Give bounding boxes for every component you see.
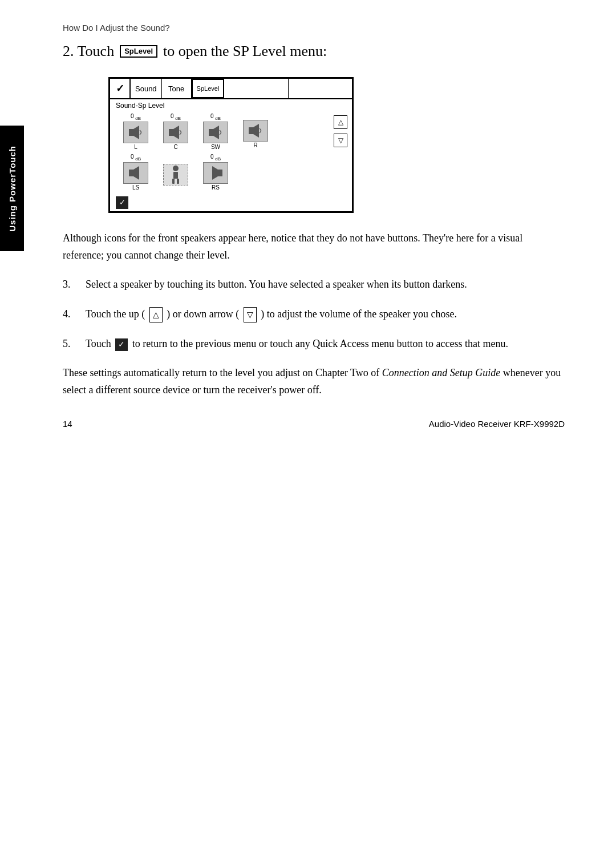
svg-marker-1 [133,126,139,139]
sp-level-button-icon: Sp Level [120,45,157,58]
screen: ✓ Sound Tone Sp Level Sound-Sp Level [108,77,354,213]
speaker-R-icon [243,120,268,142]
steps-list: 3. Select a speaker by touching its butt… [63,276,565,352]
screen-content: Sound-Sp Level 0 dB [110,99,352,194]
step-4-text: Touch the up ( △ ) or down arrow ( ▽ ) t… [86,306,457,323]
svg-marker-9 [133,166,139,180]
speaker-LS-icon [123,162,148,184]
svg-rect-11 [173,172,178,179]
svg-marker-7 [253,124,259,138]
step-3-text: Select a speaker by touching its button.… [86,276,467,293]
svg-marker-3 [173,126,179,139]
down-arrow-inline-icon: ▽ [244,307,257,322]
tab-bar: ✓ Sound Tone Sp Level [110,79,352,99]
speaker-RS-icon [203,162,228,184]
tab-checkmark[interactable]: ✓ [110,79,131,98]
up-arrow-button[interactable]: △ [334,115,347,129]
side-tab: Using PowerTouch [0,126,24,251]
tab-empty-1 [224,79,288,98]
step-5-text: Touch to return to the previous menu or … [86,336,508,353]
screen-bottom-bar: ✓ [110,194,352,211]
side-tab-label: Using PowerTouch [7,146,17,232]
speaker-LS: 0 dB LS [116,154,156,191]
closing-paragraph: These settings automatically return to t… [63,365,565,398]
svg-rect-6 [249,127,253,134]
page-number: 14 [63,419,72,429]
step-5: 5. Touch to return to the previous menu … [63,336,565,353]
tab-sound[interactable]: Sound [131,79,162,98]
speaker-SW-icon [203,122,228,143]
top-speakers-row: 0 dB L 0 dB [116,113,329,150]
step-5-num: 5. [63,336,76,353]
screen-subtitle: Sound-Sp Level [116,102,346,110]
back-button[interactable]: ✓ [116,196,128,209]
svg-rect-12 [172,179,175,184]
speaker-SW: 0 dB SW [196,113,236,150]
svg-point-10 [173,166,179,171]
svg-rect-2 [169,129,173,136]
breadcrumb: How Do I Adjust the Sound? [63,23,565,33]
svg-rect-8 [129,170,133,176]
product-name: Audio-Video Receiver KRF-X9992D [429,419,565,429]
tab-tone[interactable]: Tone [162,79,192,98]
bottom-speakers-row: 0 dB LS [116,154,329,191]
tab-sp-level[interactable]: Sp Level [192,79,225,98]
speaker-C: 0 dB C [156,113,196,150]
speaker-C-icon [163,122,188,143]
svg-rect-13 [177,179,179,184]
speaker-RS: 0 dB RS [196,154,236,191]
step-2-suffix: to open the SP Level menu: [163,43,327,60]
listener-icon [163,164,188,186]
footer: 14 Audio-Video Receiver KRF-X9992D [63,419,565,429]
closing-italic: Connection and Setup Guide [382,367,500,378]
listener-icon-area [156,154,196,191]
step-4-num: 4. [63,306,76,323]
svg-marker-5 [213,126,219,139]
speaker-R: 0 dB R [236,113,275,150]
step-2-heading: 2. Touch Sp Level to open the SP Level m… [63,43,565,60]
step-3: 3. Select a speaker by touching its butt… [63,276,565,293]
speakers-top-area: 0 dB L 0 dB [116,113,346,150]
screen-mockup: ✓ Sound Tone Sp Level Sound-Sp Level [108,77,354,213]
tab-empty-2 [289,79,352,98]
step-3-num: 3. [63,276,76,293]
closing-normal: These settings automatically return to t… [63,367,382,378]
svg-rect-0 [129,129,133,136]
speaker-L: 0 dB L [116,113,156,150]
checkmark-back-icon [115,338,128,351]
svg-rect-4 [209,129,213,136]
down-arrow-button[interactable]: ▽ [334,134,347,147]
speaker-L-icon [123,122,148,143]
step-4: 4. Touch the up ( △ ) or down arrow ( ▽ … [63,306,565,323]
up-arrow-inline-icon: △ [149,307,163,322]
step-2-prefix: 2. Touch [63,43,114,60]
arrow-buttons-area: △ ▽ [334,115,347,147]
body-paragraph: Although icons for the front speakers ap… [63,230,565,264]
speakers-bottom-area: 0 dB LS [116,154,346,191]
svg-rect-14 [218,170,222,176]
svg-marker-15 [212,166,218,180]
